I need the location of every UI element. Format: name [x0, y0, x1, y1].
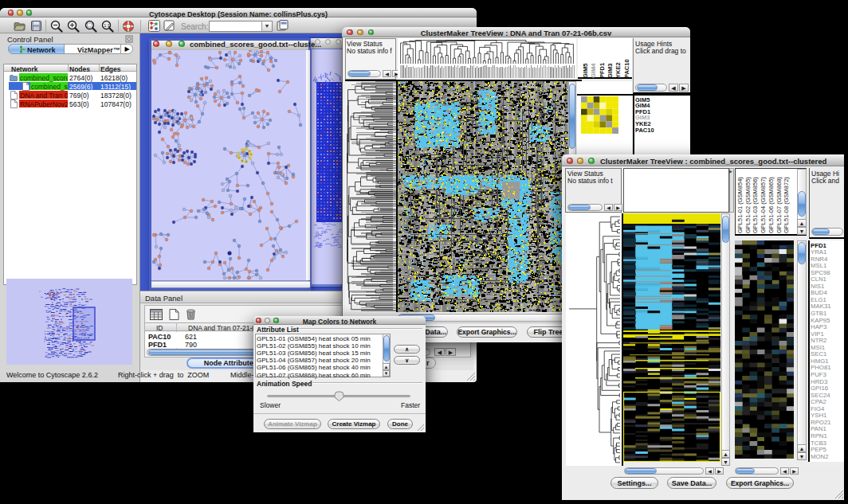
svg-text:1:1: 1:1 [104, 23, 110, 28]
